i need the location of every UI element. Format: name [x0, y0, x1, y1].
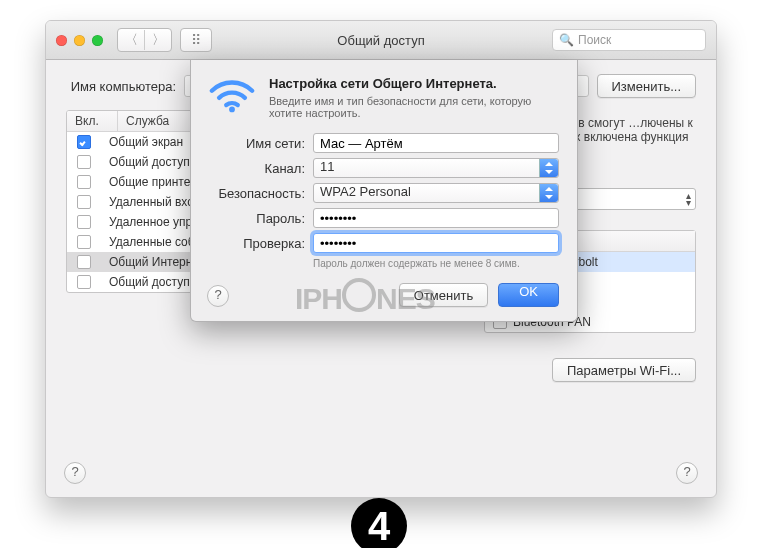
channel-value: 11 [320, 159, 334, 174]
svg-point-0 [229, 107, 235, 113]
step-badge: 4 [351, 498, 407, 548]
col-on-header[interactable]: Вкл. [67, 111, 118, 131]
zoom-icon[interactable] [92, 35, 103, 46]
wifi-icon [209, 76, 255, 119]
forward-icon[interactable]: 〉 [144, 30, 171, 50]
channel-label: Канал: [209, 161, 313, 176]
service-checkbox[interactable] [77, 275, 91, 289]
password-hint: Пароль должен содержать не менее 8 симв. [313, 258, 559, 269]
network-name-label: Имя сети: [209, 136, 313, 151]
window-controls [56, 35, 103, 46]
security-value: WPA2 Personal [320, 184, 411, 199]
search-input[interactable]: 🔍 Поиск [552, 29, 706, 51]
security-select[interactable]: WPA2 Personal [313, 183, 559, 203]
search-icon: 🔍 [559, 33, 574, 47]
wifi-config-sheet: Настройка сети Общего Интернета. Введите… [190, 60, 578, 322]
verify-password-field[interactable] [313, 233, 559, 253]
service-checkbox[interactable] [77, 155, 91, 169]
computer-name-label: Имя компьютера: [66, 79, 176, 94]
network-name-field[interactable] [313, 133, 559, 153]
verify-label: Проверка: [209, 236, 313, 251]
chevron-updown-icon: ▴▾ [686, 192, 691, 206]
back-icon[interactable]: 〈 [118, 30, 144, 50]
help-icon[interactable]: ? [64, 462, 86, 484]
service-checkbox[interactable] [77, 195, 91, 209]
chevron-updown-icon [539, 184, 558, 202]
service-checkbox[interactable] [77, 135, 91, 149]
service-checkbox[interactable] [77, 175, 91, 189]
change-button[interactable]: Изменить... [597, 74, 696, 98]
close-icon[interactable] [56, 35, 67, 46]
service-checkbox[interactable] [77, 215, 91, 229]
nav-back-forward[interactable]: 〈 〉 [117, 28, 172, 52]
titlebar: 〈 〉 ⠿ Общий доступ 🔍 Поиск [46, 21, 716, 60]
col-service-header[interactable]: Служба [118, 111, 177, 131]
cancel-button[interactable]: Отменить [399, 283, 488, 307]
channel-select[interactable]: 11 [313, 158, 559, 178]
search-placeholder: Поиск [578, 33, 611, 47]
help-icon[interactable]: ? [676, 462, 698, 484]
show-all-icon[interactable]: ⠿ [180, 28, 212, 52]
help-icon[interactable]: ? [207, 285, 229, 307]
password-label: Пароль: [209, 211, 313, 226]
wifi-options-button[interactable]: Параметры Wi-Fi... [552, 358, 696, 382]
sheet-subtitle: Введите имя и тип безопасности для сети,… [269, 95, 559, 119]
chevron-updown-icon [539, 159, 558, 177]
password-field[interactable] [313, 208, 559, 228]
service-label: Общий экран [101, 135, 191, 149]
ok-button[interactable]: OK [498, 283, 559, 307]
sheet-title: Настройка сети Общего Интернета. [269, 76, 559, 91]
service-checkbox[interactable] [77, 235, 91, 249]
service-checkbox[interactable] [77, 255, 91, 269]
minimize-icon[interactable] [74, 35, 85, 46]
security-label: Безопасность: [209, 186, 313, 201]
